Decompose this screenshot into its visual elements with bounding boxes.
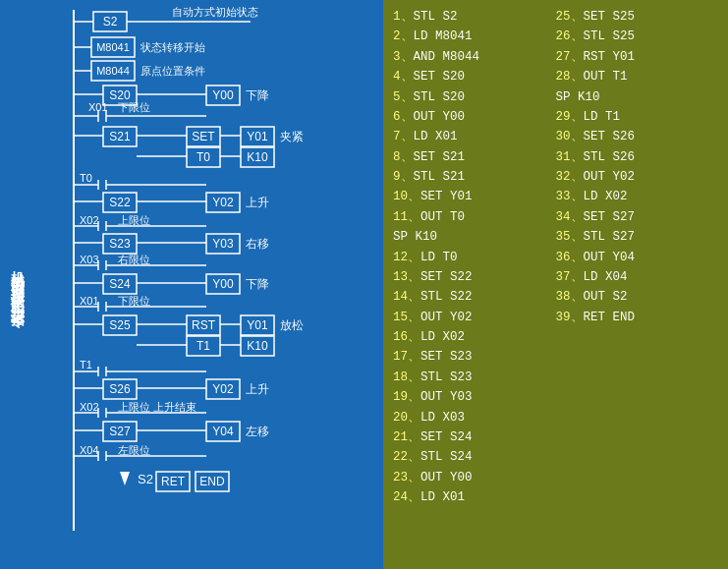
line-text: LD X03	[420, 411, 465, 425]
line-num: 35、	[556, 230, 584, 244]
line-num: 34、	[556, 210, 584, 224]
line-text: LD T0	[420, 251, 458, 264]
line-num: 31、	[556, 150, 584, 164]
svg-text:左移: 左移	[246, 425, 269, 438]
line-num: 28、	[556, 70, 584, 84]
code-columns: 1、STL S22、LD M80413、AND M80444、SET S205、…	[393, 8, 718, 561]
svg-text:M8044: M8044	[96, 65, 130, 77]
code-line: 30、SET S26	[556, 128, 719, 146]
svg-text:S22: S22	[109, 196, 131, 209]
right-panel: 1、STL S22、LD M80413、AND M80444、SET S205、…	[383, 0, 728, 569]
code-line: 31、STL S26	[556, 148, 719, 167]
svg-text:S2: S2	[138, 472, 153, 486]
code-line: 20、LD X03	[393, 409, 556, 427]
svg-text:右限位: 右限位	[118, 254, 150, 265]
line-num: 2、	[393, 29, 414, 43]
code-line: 18、STL S23	[393, 369, 556, 387]
svg-text:END: END	[199, 475, 225, 488]
svg-text:T1: T1	[80, 359, 92, 370]
line-num: 8、	[393, 150, 414, 164]
code-line: 11、OUT T0	[393, 208, 556, 227]
line-text: STL S27	[584, 230, 636, 244]
line-num: 4、	[393, 70, 414, 84]
svg-text:Y02: Y02	[212, 196, 234, 209]
line-text: OUT Y00	[414, 110, 466, 124]
code-line: 7、LD X01	[393, 128, 556, 146]
line-num: 3、	[393, 50, 414, 64]
line-text: LD X01	[420, 490, 465, 504]
line-text: STL S2	[414, 10, 458, 24]
code-line: 26、STL S25	[556, 28, 719, 46]
line-num: 29、	[556, 110, 584, 124]
svg-text:K10: K10	[247, 339, 268, 353]
svg-text:Y00: Y00	[212, 88, 234, 102]
code-line: 29、LD T1	[556, 108, 719, 127]
line-text: STL S22	[420, 290, 473, 304]
line-num: 1、	[393, 10, 414, 24]
line-num: 20、	[393, 411, 420, 425]
line-num: 13、	[393, 270, 420, 284]
svg-text:上升: 上升	[246, 382, 269, 396]
svg-text:上限位: 上限位	[118, 214, 150, 226]
code-line: 8、SET S21	[393, 148, 556, 167]
svg-text:自动方式初始状态: 自动方式初始状态	[172, 6, 258, 18]
code-line: 27、RST Y01	[556, 48, 719, 67]
svg-text:S20: S20	[109, 88, 131, 102]
line-num: 9、	[393, 170, 414, 184]
line-num: 21、	[393, 430, 420, 444]
svg-text:T0: T0	[80, 172, 92, 184]
code-line: 3、AND M8044	[393, 48, 556, 67]
line-text: STL S24	[420, 450, 473, 464]
svg-text:M8041: M8041	[96, 41, 130, 53]
svg-text:T0: T0	[196, 150, 210, 164]
svg-marker-134	[120, 472, 130, 485]
line-text: SP K10	[393, 230, 437, 244]
svg-text:状态转移开始: 状态转移开始	[140, 41, 205, 53]
line-num: 33、	[556, 190, 584, 203]
svg-text:左限位: 左限位	[118, 444, 150, 456]
code-line: 13、SET S22	[393, 268, 556, 287]
line-text: OUT Y03	[420, 390, 473, 404]
line-num: 22、	[393, 450, 420, 464]
svg-text:S25: S25	[109, 318, 131, 332]
code-line: 15、OUT Y02	[393, 309, 556, 327]
line-num: 7、	[393, 130, 414, 143]
line-text: OUT T0	[420, 210, 465, 224]
line-text: OUT S2	[584, 290, 628, 304]
code-line: SP K10	[393, 228, 556, 247]
svg-text:X01: X01	[80, 295, 99, 307]
code-line: 23、OUT Y00	[393, 469, 556, 487]
line-text: SET S24	[420, 430, 473, 444]
svg-text:S23: S23	[109, 237, 131, 251]
svg-text:Y04: Y04	[212, 425, 234, 438]
line-text: SET Y01	[420, 190, 473, 203]
code-line: 14、STL S22	[393, 288, 556, 307]
svg-text:S2: S2	[103, 15, 118, 28]
code-line: 6、OUT Y00	[393, 108, 556, 127]
line-text: SET S27	[584, 210, 636, 224]
code-line: 9、STL S21	[393, 168, 556, 187]
line-text: LD M8041	[414, 29, 473, 43]
line-text: RET END	[584, 311, 636, 324]
line-num: 5、	[393, 90, 414, 104]
line-num: 38、	[556, 290, 584, 304]
line-text: OUT Y02	[584, 170, 636, 184]
code-line: 33、LD X02	[556, 188, 719, 206]
line-num: 18、	[393, 370, 420, 384]
svg-text:下降: 下降	[246, 88, 269, 102]
line-text: STL S23	[420, 370, 473, 384]
svg-text:S26: S26	[109, 382, 131, 396]
line-num: 16、	[393, 330, 420, 344]
line-text: SET S25	[584, 10, 636, 24]
code-line: 21、SET S24	[393, 428, 556, 447]
svg-text:Y03: Y03	[212, 237, 234, 251]
line-text: STL S21	[414, 170, 466, 184]
code-line: 16、LD X02	[393, 328, 556, 347]
line-num: 17、	[393, 350, 420, 364]
line-num: 23、	[393, 471, 420, 484]
svg-text:S27: S27	[109, 425, 131, 438]
line-text: AND M8044	[414, 50, 480, 64]
svg-text:K10: K10	[247, 150, 268, 164]
code-line: 12、LD T0	[393, 249, 556, 267]
code-line: 39、RET END	[556, 309, 719, 327]
